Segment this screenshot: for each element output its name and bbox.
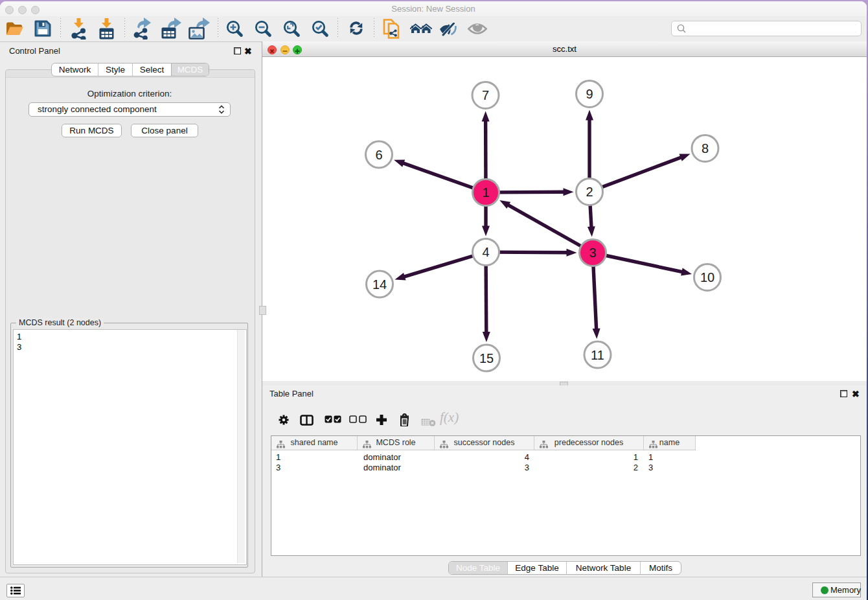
svg-text:6: 6 [375, 148, 382, 162]
svg-text:8: 8 [702, 141, 709, 156]
svg-text:7: 7 [482, 88, 489, 102]
svg-text:2: 2 [586, 185, 593, 199]
svg-text:10: 10 [700, 270, 714, 284]
svg-text:11: 11 [591, 348, 604, 362]
svg-text:4: 4 [482, 245, 489, 259]
svg-text:9: 9 [586, 87, 593, 101]
svg-text:1: 1 [482, 185, 489, 200]
svg-text:3: 3 [589, 246, 596, 260]
svg-text:15: 15 [479, 351, 494, 365]
svg-text:14: 14 [372, 277, 387, 292]
